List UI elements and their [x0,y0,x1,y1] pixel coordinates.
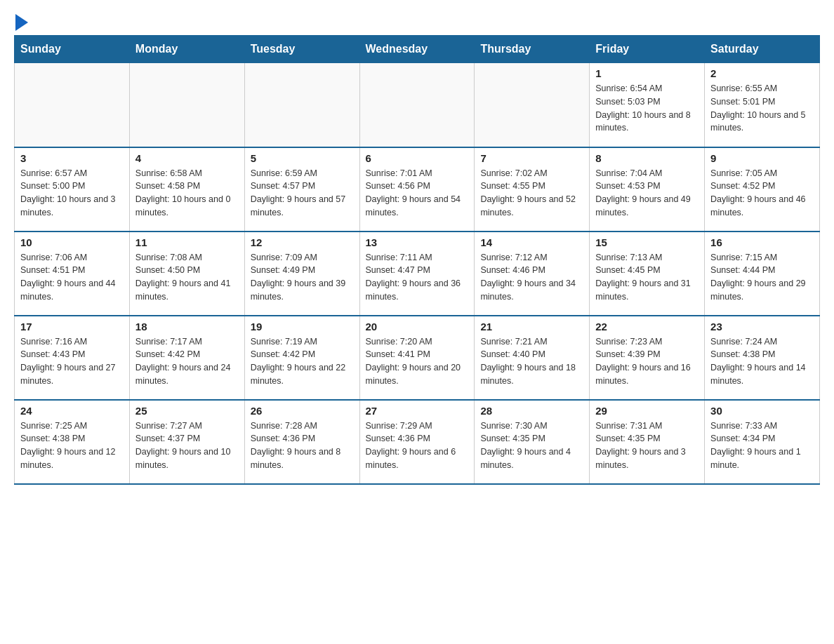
day-number: 3 [20,152,124,164]
day-info: Sunrise: 7:16 AMSunset: 4:43 PMDaylight:… [20,335,124,388]
day-cell [15,63,130,147]
week-row-3: 10Sunrise: 7:06 AMSunset: 4:51 PMDayligh… [15,232,820,316]
day-cell: 19Sunrise: 7:19 AMSunset: 4:42 PMDayligh… [244,316,359,400]
day-cell [244,63,359,147]
day-number: 4 [135,152,239,164]
day-cell: 28Sunrise: 7:30 AMSunset: 4:35 PMDayligh… [475,400,590,484]
day-number: 21 [480,321,583,333]
day-cell: 12Sunrise: 7:09 AMSunset: 4:49 PMDayligh… [244,232,359,316]
day-number: 2 [710,67,814,79]
weekday-header-wednesday: Wednesday [359,36,475,63]
day-info: Sunrise: 6:55 AMSunset: 5:01 PMDaylight:… [710,82,814,135]
day-cell: 1Sunrise: 6:54 AMSunset: 5:03 PMDaylight… [590,63,705,147]
day-number: 6 [366,152,469,164]
day-cell: 29Sunrise: 7:31 AMSunset: 4:35 PMDayligh… [590,400,705,484]
day-cell: 25Sunrise: 7:27 AMSunset: 4:37 PMDayligh… [129,400,244,484]
day-cell: 13Sunrise: 7:11 AMSunset: 4:47 PMDayligh… [359,232,475,316]
day-number: 24 [20,405,124,417]
day-number: 15 [595,236,699,248]
day-info: Sunrise: 7:29 AMSunset: 4:36 PMDaylight:… [366,420,469,472]
week-row-5: 24Sunrise: 7:25 AMSunset: 4:38 PMDayligh… [15,400,820,484]
day-cell: 9Sunrise: 7:05 AMSunset: 4:52 PMDaylight… [705,147,820,232]
day-number: 17 [20,321,124,333]
day-cell: 10Sunrise: 7:06 AMSunset: 4:51 PMDayligh… [15,232,130,316]
day-info: Sunrise: 7:28 AMSunset: 4:36 PMDaylight:… [251,420,354,472]
day-number: 19 [251,321,354,333]
day-info: Sunrise: 7:31 AMSunset: 4:35 PMDaylight:… [595,420,699,472]
day-info: Sunrise: 7:11 AMSunset: 4:47 PMDaylight:… [366,251,469,304]
day-number: 27 [366,405,469,417]
day-info: Sunrise: 7:25 AMSunset: 4:38 PMDaylight:… [20,420,124,472]
day-number: 20 [366,321,469,333]
day-number: 22 [595,321,699,333]
day-cell: 30Sunrise: 7:33 AMSunset: 4:34 PMDayligh… [705,400,820,484]
day-info: Sunrise: 7:27 AMSunset: 4:37 PMDaylight:… [135,420,239,472]
day-cell: 15Sunrise: 7:13 AMSunset: 4:45 PMDayligh… [590,232,705,316]
calendar-table: SundayMondayTuesdayWednesdayThursdayFrid… [14,35,820,485]
day-number: 29 [595,405,699,417]
day-number: 13 [366,236,469,248]
day-info: Sunrise: 6:54 AMSunset: 5:03 PMDaylight:… [595,82,699,135]
day-cell: 8Sunrise: 7:04 AMSunset: 4:53 PMDaylight… [590,147,705,232]
logo [14,14,28,28]
day-number: 16 [710,236,814,248]
day-cell: 22Sunrise: 7:23 AMSunset: 4:39 PMDayligh… [590,316,705,400]
week-row-4: 17Sunrise: 7:16 AMSunset: 4:43 PMDayligh… [15,316,820,400]
day-info: Sunrise: 7:30 AMSunset: 4:35 PMDaylight:… [480,420,583,472]
day-cell: 16Sunrise: 7:15 AMSunset: 4:44 PMDayligh… [705,232,820,316]
day-number: 10 [20,236,124,248]
day-cell: 11Sunrise: 7:08 AMSunset: 4:50 PMDayligh… [129,232,244,316]
day-cell: 7Sunrise: 7:02 AMSunset: 4:55 PMDaylight… [475,147,590,232]
day-cell: 23Sunrise: 7:24 AMSunset: 4:38 PMDayligh… [705,316,820,400]
day-cell [359,63,475,147]
logo-arrow-icon [15,14,28,31]
day-info: Sunrise: 7:13 AMSunset: 4:45 PMDaylight:… [595,251,699,304]
day-number: 9 [710,152,814,164]
day-number: 7 [480,152,583,164]
day-number: 28 [480,405,583,417]
day-info: Sunrise: 7:05 AMSunset: 4:52 PMDaylight:… [710,167,814,220]
day-cell: 18Sunrise: 7:17 AMSunset: 4:42 PMDayligh… [129,316,244,400]
day-info: Sunrise: 6:59 AMSunset: 4:57 PMDaylight:… [251,167,354,220]
day-cell: 4Sunrise: 6:58 AMSunset: 4:58 PMDaylight… [129,147,244,232]
weekday-header-saturday: Saturday [705,36,820,63]
page-header [14,14,820,28]
week-row-1: 1Sunrise: 6:54 AMSunset: 5:03 PMDaylight… [15,63,820,147]
day-cell: 26Sunrise: 7:28 AMSunset: 4:36 PMDayligh… [244,400,359,484]
day-cell: 21Sunrise: 7:21 AMSunset: 4:40 PMDayligh… [475,316,590,400]
day-info: Sunrise: 7:06 AMSunset: 4:51 PMDaylight:… [20,251,124,304]
day-info: Sunrise: 7:21 AMSunset: 4:40 PMDaylight:… [480,335,583,388]
day-cell: 14Sunrise: 7:12 AMSunset: 4:46 PMDayligh… [475,232,590,316]
day-info: Sunrise: 7:12 AMSunset: 4:46 PMDaylight:… [480,251,583,304]
day-cell: 27Sunrise: 7:29 AMSunset: 4:36 PMDayligh… [359,400,475,484]
day-number: 26 [251,405,354,417]
day-cell: 24Sunrise: 7:25 AMSunset: 4:38 PMDayligh… [15,400,130,484]
day-number: 30 [710,405,814,417]
day-number: 8 [595,152,699,164]
day-info: Sunrise: 7:24 AMSunset: 4:38 PMDaylight:… [710,335,814,388]
day-number: 14 [480,236,583,248]
day-info: Sunrise: 6:58 AMSunset: 4:58 PMDaylight:… [135,167,239,220]
day-number: 5 [251,152,354,164]
weekday-header-thursday: Thursday [475,36,590,63]
day-cell: 3Sunrise: 6:57 AMSunset: 5:00 PMDaylight… [15,147,130,232]
day-info: Sunrise: 7:02 AMSunset: 4:55 PMDaylight:… [480,167,583,220]
day-info: Sunrise: 7:17 AMSunset: 4:42 PMDaylight:… [135,335,239,388]
day-number: 18 [135,321,239,333]
day-info: Sunrise: 7:08 AMSunset: 4:50 PMDaylight:… [135,251,239,304]
day-cell: 6Sunrise: 7:01 AMSunset: 4:56 PMDaylight… [359,147,475,232]
day-info: Sunrise: 7:23 AMSunset: 4:39 PMDaylight:… [595,335,699,388]
day-info: Sunrise: 7:04 AMSunset: 4:53 PMDaylight:… [595,167,699,220]
day-number: 11 [135,236,239,248]
day-info: Sunrise: 7:20 AMSunset: 4:41 PMDaylight:… [366,335,469,388]
day-cell [475,63,590,147]
day-info: Sunrise: 7:01 AMSunset: 4:56 PMDaylight:… [366,167,469,220]
day-number: 25 [135,405,239,417]
day-info: Sunrise: 7:19 AMSunset: 4:42 PMDaylight:… [251,335,354,388]
weekday-header-friday: Friday [590,36,705,63]
day-cell [129,63,244,147]
day-info: Sunrise: 6:57 AMSunset: 5:00 PMDaylight:… [20,167,124,220]
day-info: Sunrise: 7:33 AMSunset: 4:34 PMDaylight:… [710,420,814,472]
weekday-header-monday: Monday [129,36,244,63]
weekday-header-sunday: Sunday [15,36,130,63]
